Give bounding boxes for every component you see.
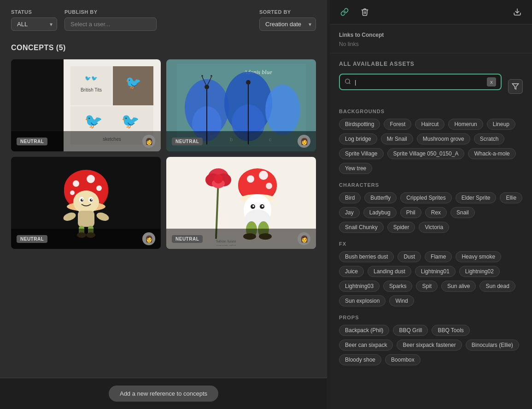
status-select[interactable]: ALL DRAFT REVIEW FINAL <box>11 17 57 31</box>
svg-point-17 <box>265 85 300 135</box>
svg-line-74 <box>349 82 351 84</box>
tag-ladybug[interactable]: Ladybug <box>363 207 397 218</box>
search-clear-button[interactable]: x <box>487 77 496 86</box>
category-backgrounds: BACKGROUNDS Birdspotting Forest Haircut … <box>339 109 523 174</box>
publish-by-filter-group: PUBLISH BY <box>64 9 157 31</box>
tag-sun-dead[interactable]: Sun dead <box>479 281 515 292</box>
concept-footer-birds: NEUTRAL 👩 <box>11 131 161 151</box>
tag-sun-explosion[interactable]: Sun explosion <box>339 295 386 306</box>
add-reference-button[interactable]: Add a new reference to concepts <box>109 386 218 402</box>
tag-forest[interactable]: Forest <box>384 119 411 130</box>
svg-point-26 <box>210 75 212 77</box>
tag-victoria[interactable]: Victoria <box>419 222 449 233</box>
tag-bbq-grill[interactable]: BBQ Grill <box>393 325 428 336</box>
sorted-by-select[interactable]: Creation date Modified date Name <box>259 17 316 31</box>
tag-landing-dust[interactable]: Landing dust <box>368 266 411 277</box>
tag-homerun[interactable]: Homerun <box>448 119 483 130</box>
concepts-grid: 🐦🐦 British Tits 🐦 🐦 🐦 sketches NEUTRAL <box>11 59 316 249</box>
category-fx: FX Bush berries dust Dust Flame Heavy sm… <box>339 241 523 306</box>
category-title-props: PROPS <box>339 315 523 320</box>
tag-birdspotting[interactable]: Birdspotting <box>339 119 380 130</box>
concept-card-butterfly[interactable]: Adonis blue a b c <box>166 59 316 151</box>
concept-card-birds[interactable]: 🐦🐦 British Tits 🐦 🐦 🐦 sketches NEUTRAL <box>11 59 161 151</box>
concept-footer-gnome: NEUTRAL 👩 <box>166 229 316 249</box>
svg-point-63 <box>252 205 254 207</box>
svg-point-42 <box>62 211 77 223</box>
tag-lightning01[interactable]: Lightning01 <box>415 266 456 277</box>
tag-lightning02[interactable]: Lightning02 <box>459 266 500 277</box>
tag-lightning03[interactable]: Lightning03 <box>339 281 380 292</box>
publish-by-label: PUBLISH BY <box>64 9 157 15</box>
tag-lineup[interactable]: Lineup <box>487 119 515 130</box>
tag-heavy-smoke[interactable]: Heavy smoke <box>456 251 501 262</box>
tag-bird[interactable]: Bird <box>339 192 361 203</box>
links-empty: No links <box>339 41 523 47</box>
tag-binoculars-ellie[interactable]: Binoculars (Ellie) <box>466 340 519 351</box>
tag-rex[interactable]: Rex <box>425 207 447 218</box>
tag-bloody-shoe[interactable]: Bloody shoe <box>339 354 381 365</box>
svg-text:🐦: 🐦 <box>84 112 103 130</box>
tag-jay[interactable]: Jay <box>339 207 360 218</box>
tag-snail[interactable]: Snail <box>450 207 475 218</box>
assets-title: ALL AVAILABLE ASSETS <box>339 61 523 67</box>
tag-mr-snail[interactable]: Mr Snail <box>381 133 413 144</box>
avatar-butterfly: 👩 <box>298 135 310 148</box>
tag-phil[interactable]: Phil <box>400 207 421 218</box>
avatar-gnome: 👩 <box>298 232 310 245</box>
category-title-fx: FX <box>339 241 523 247</box>
tag-scratch[interactable]: Scratch <box>474 133 505 144</box>
svg-text:🐦🐦: 🐦🐦 <box>85 75 98 81</box>
sorted-by-filter-group: SORTED BY Creation date Modified date Na… <box>259 9 316 31</box>
tag-ellie[interactable]: Ellie <box>500 192 522 203</box>
tag-spit[interactable]: Spit <box>416 281 438 292</box>
tags-container-backgrounds: Birdspotting Forest Haircut Homerun Line… <box>339 119 523 174</box>
link-icon[interactable] <box>337 5 352 19</box>
tag-sun-alive[interactable]: Sun alive <box>441 281 476 292</box>
tag-sparks[interactable]: Sparks <box>383 281 412 292</box>
svg-point-57 <box>247 175 254 183</box>
tag-log-bridge[interactable]: Log bridge <box>339 133 377 144</box>
download-icon[interactable] <box>510 5 525 19</box>
tag-dust[interactable]: Dust <box>398 251 421 262</box>
tag-crippled-sprites[interactable]: Crippled Sprites <box>400 192 451 203</box>
tag-sprite-village[interactable]: Sprite Village <box>339 148 384 159</box>
left-panel: STATUS ALL DRAFT REVIEW FINAL PUBLISH BY… <box>0 0 327 409</box>
tag-sprite-village-050[interactable]: Sprite Village 050_0150_A <box>387 148 465 159</box>
tag-bbq-tools[interactable]: BBQ Tools <box>432 325 469 336</box>
svg-point-73 <box>345 79 350 83</box>
trash-icon[interactable] <box>357 5 372 19</box>
filter-button[interactable] <box>508 79 523 94</box>
svg-point-40 <box>91 199 92 201</box>
tag-beer-sixpack-fastener[interactable]: Beer sixpack fastener <box>397 340 462 351</box>
tags-container-characters: Bird Butterfly Crippled Sprites Elder Sp… <box>339 192 523 233</box>
tags-container-fx: Bush berries dust Dust Flame Heavy smoke… <box>339 251 523 306</box>
tag-haircut[interactable]: Haircut <box>415 119 444 130</box>
tag-yew-tree[interactable]: Yew tree <box>339 163 372 174</box>
search-input[interactable] <box>355 79 483 86</box>
tag-elder-sprite[interactable]: Elder Sprite <box>456 192 497 203</box>
right-panel: Links to Concept No links ALL AVAILABLE … <box>330 0 532 409</box>
tag-butterfly[interactable]: Butterfly <box>364 192 397 203</box>
tag-wind[interactable]: Wind <box>389 295 414 306</box>
concept-card-gnome[interactable]: Sabine Aasen concept artist NEUTRAL 👩 <box>166 157 316 249</box>
tag-whack-a-mole[interactable]: Whack-a-mole <box>468 148 515 159</box>
tag-flame[interactable]: Flame <box>425 251 452 262</box>
tag-mushroom-grove[interactable]: Mushroom grove <box>417 133 470 144</box>
tag-spider[interactable]: Spider <box>387 222 415 233</box>
tag-snail-chunky[interactable]: Snail Chunky <box>339 222 384 233</box>
tag-bush-berries-dust[interactable]: Bush berries dust <box>339 251 394 262</box>
links-title: Links to Concept <box>339 32 523 38</box>
svg-point-53 <box>214 174 223 184</box>
svg-point-58 <box>259 171 268 180</box>
status-badge-mushroom: NEUTRAL <box>17 235 47 243</box>
concept-card-mushroom[interactable]: NEUTRAL 👩 <box>11 157 161 249</box>
publish-by-input[interactable] <box>64 17 157 31</box>
concept-footer-mushroom: NEUTRAL 👩 <box>11 229 161 249</box>
svg-point-29 <box>73 180 79 187</box>
tag-beer-can-sixpack[interactable]: Beer can sixpack <box>339 340 393 351</box>
tag-boombox[interactable]: Boombox <box>385 354 421 365</box>
svg-point-30 <box>87 175 95 183</box>
tag-juice[interactable]: Juice <box>339 266 364 277</box>
tag-backpack-phil[interactable]: Backpack (Phil) <box>339 325 389 336</box>
avatar-birds: 👩 <box>142 135 155 148</box>
